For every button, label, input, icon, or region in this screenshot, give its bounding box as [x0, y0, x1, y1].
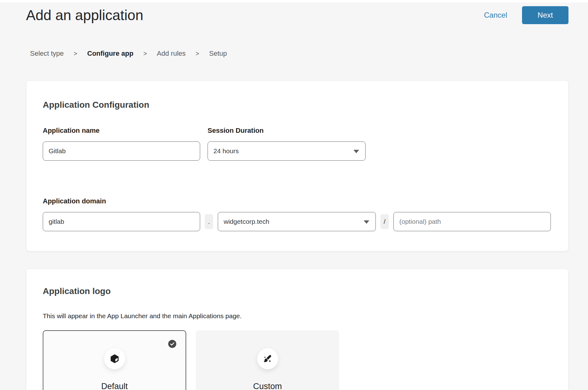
selected-check-icon [168, 340, 177, 348]
application-name-input[interactable] [43, 141, 200, 161]
application-domain-section: Application domain . widgetcorp.tech / [43, 197, 552, 231]
breadcrumb-step-setup[interactable]: Setup [209, 50, 227, 58]
chevron-down-icon [364, 220, 369, 224]
cube-icon [109, 353, 120, 364]
logo-heading: Application logo [43, 286, 552, 296]
custom-logo-circle [257, 348, 278, 369]
cancel-button[interactable]: Cancel [484, 11, 507, 20]
subdomain-input[interactable] [43, 212, 200, 231]
logo-description: This will appear in the App Launcher and… [43, 312, 552, 320]
logo-options: Default Custom [43, 330, 552, 390]
application-name-field: Application name [43, 127, 200, 161]
domain-select[interactable]: widgetcorp.tech [218, 212, 376, 231]
application-name-label: Application name [43, 127, 200, 135]
page-title: Add an application [26, 7, 143, 24]
session-duration-label: Session Duration [208, 127, 366, 135]
top-strip [0, 0, 588, 2]
chevron-down-icon [353, 150, 359, 153]
next-button[interactable]: Next [522, 6, 568, 24]
breadcrumb-separator: > [195, 50, 199, 57]
dot-separator: . [205, 214, 213, 229]
default-logo-circle [104, 348, 125, 369]
application-logo-card: Application logo This will appear in the… [26, 269, 568, 390]
logo-option-default[interactable]: Default [43, 330, 186, 390]
logo-option-label: Default [43, 382, 186, 390]
application-domain-label: Application domain [43, 197, 552, 205]
breadcrumb-step-configure-app[interactable]: Configure app [87, 50, 134, 58]
header-actions: Cancel Next [484, 6, 568, 24]
path-input[interactable] [393, 212, 551, 231]
logo-option-label: Custom [196, 382, 339, 390]
logo-option-custom[interactable]: Custom [196, 330, 339, 390]
breadcrumb: Select type > Configure app > Add rules … [0, 50, 588, 58]
application-domain-row: . widgetcorp.tech / [43, 212, 552, 231]
breadcrumb-step-select-type[interactable]: Select type [30, 50, 64, 58]
page-header: Add an application Cancel Next [0, 2, 588, 24]
breadcrumb-separator: > [143, 50, 147, 57]
breadcrumb-separator: > [74, 50, 77, 57]
breadcrumb-step-add-rules[interactable]: Add rules [157, 50, 186, 58]
paintbrush-icon [262, 353, 273, 364]
session-duration-field: Session Duration 24 hours [208, 127, 366, 161]
application-configuration-card: Application Configuration Application na… [26, 80, 568, 251]
session-duration-select[interactable]: 24 hours [208, 141, 366, 161]
slash-separator: / [380, 214, 389, 229]
domain-select-value: widgetcorp.tech [224, 218, 269, 225]
configuration-heading: Application Configuration [43, 100, 552, 110]
name-session-row: Application name Session Duration 24 hou… [43, 127, 552, 161]
session-duration-value: 24 hours [213, 147, 239, 155]
